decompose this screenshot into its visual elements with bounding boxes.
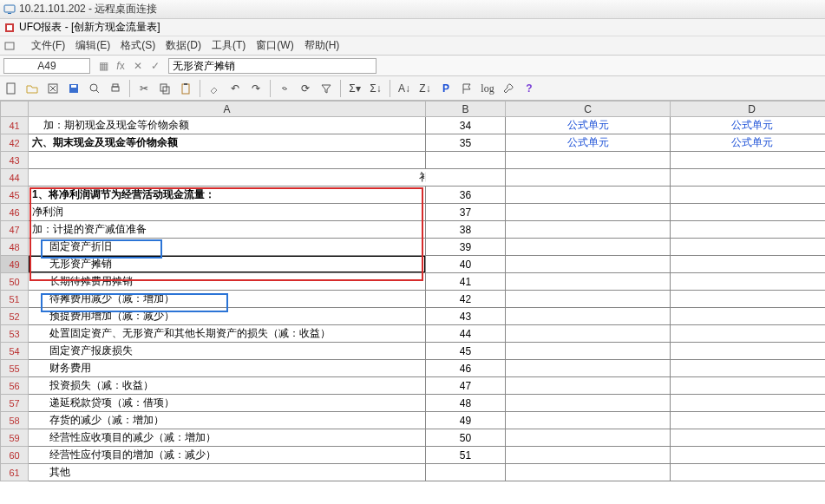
- cell-B[interactable]: 34: [426, 117, 506, 134]
- sort-desc-button[interactable]: Z↓: [416, 79, 435, 98]
- cell-A[interactable]: 经营性应付项目的增加（减：减少）: [29, 447, 426, 464]
- cell-C[interactable]: [506, 187, 671, 204]
- table-row[interactable]: 43: [1, 152, 826, 169]
- row-header[interactable]: 59: [1, 429, 29, 447]
- cell-A[interactable]: 固定资产折旧: [29, 239, 426, 256]
- system-menu-icon[interactable]: [3, 40, 16, 52]
- cell-A[interactable]: 无形资产摊销: [29, 256, 426, 273]
- cell-B[interactable]: 44: [426, 325, 506, 343]
- sort-asc-button[interactable]: A↓: [395, 79, 414, 98]
- row-header[interactable]: 43: [1, 152, 29, 169]
- menu-window[interactable]: 窗口(W): [256, 38, 293, 53]
- cell-B[interactable]: [426, 464, 506, 481]
- cell-D[interactable]: [671, 308, 826, 325]
- row-header[interactable]: 57: [1, 395, 29, 412]
- col-header-B[interactable]: B: [426, 101, 506, 117]
- cell-C[interactable]: [506, 325, 671, 343]
- cell-A[interactable]: 净利润: [29, 204, 426, 221]
- column-header-row[interactable]: A B C D: [1, 101, 826, 117]
- cell-C[interactable]: [506, 169, 671, 187]
- cell-D[interactable]: [671, 377, 826, 395]
- p-button[interactable]: P: [436, 79, 455, 98]
- refresh-button[interactable]: ⟳: [296, 79, 315, 98]
- cell-A[interactable]: 六、期末现金及现金等价物余额: [29, 134, 426, 152]
- confirm-icon[interactable]: ✓: [149, 60, 161, 72]
- cell-B[interactable]: 36: [426, 187, 506, 204]
- cell-C[interactable]: [506, 429, 671, 447]
- table-row[interactable]: 44补充资料: [1, 169, 826, 187]
- table-icon[interactable]: ▦: [97, 60, 109, 72]
- cell-C[interactable]: [506, 343, 671, 360]
- cell-D[interactable]: [671, 429, 826, 447]
- row-header[interactable]: 55: [1, 360, 29, 377]
- cell-B[interactable]: 45: [426, 343, 506, 360]
- corner-cell[interactable]: [1, 101, 29, 117]
- row-header[interactable]: 41: [1, 117, 29, 134]
- wrench-button[interactable]: [499, 79, 518, 98]
- cell-C[interactable]: 公式单元: [506, 117, 671, 134]
- cell-A[interactable]: 递延税款贷项（减：借项）: [29, 395, 426, 412]
- table-row[interactable]: 54 固定资产报废损失45: [1, 343, 826, 360]
- table-row[interactable]: 61 其他: [1, 464, 826, 481]
- cell-A[interactable]: 其他: [29, 464, 426, 481]
- formula-box[interactable]: 无形资产摊销: [168, 58, 376, 74]
- table-row[interactable]: 41 加：期初现金及现金等价物余额34公式单元公式单元: [1, 117, 826, 134]
- row-header[interactable]: 60: [1, 447, 29, 464]
- table-row[interactable]: 56 投资损失（减：收益）47: [1, 377, 826, 395]
- cell-A[interactable]: 存货的减少（减：增加）: [29, 412, 426, 429]
- preview-button[interactable]: [85, 79, 104, 98]
- row-header[interactable]: 48: [1, 239, 29, 256]
- cell-D[interactable]: [671, 343, 826, 360]
- cell-C[interactable]: [506, 308, 671, 325]
- table-row[interactable]: 53 处置固定资产、无形资产和其他长期资产的损失（减：收益）44: [1, 325, 826, 343]
- cell-B[interactable]: 43: [426, 308, 506, 325]
- table-row[interactable]: 49 无形资产摊销40: [1, 256, 826, 273]
- row-header[interactable]: 44: [1, 169, 29, 187]
- flag-button[interactable]: [457, 79, 476, 98]
- cell-D[interactable]: [671, 187, 826, 204]
- sigma-button[interactable]: Σ↓: [366, 79, 385, 98]
- table-row[interactable]: 57 递延税款贷项（减：借项）48: [1, 395, 826, 412]
- row-header[interactable]: 61: [1, 464, 29, 481]
- col-header-D[interactable]: D: [671, 101, 826, 117]
- cell-C[interactable]: [506, 412, 671, 429]
- cell-B[interactable]: 39: [426, 239, 506, 256]
- table-row[interactable]: 47加：计提的资产减值准备38: [1, 221, 826, 239]
- cell-B[interactable]: 38: [426, 221, 506, 239]
- row-header[interactable]: 52: [1, 308, 29, 325]
- open-button[interactable]: [23, 79, 42, 98]
- cell-D[interactable]: [671, 325, 826, 343]
- cell-B[interactable]: 48: [426, 395, 506, 412]
- cell-C[interactable]: [506, 360, 671, 377]
- cell-D[interactable]: [671, 464, 826, 481]
- menu-data[interactable]: 数据(D): [166, 38, 201, 53]
- cell-C[interactable]: [506, 239, 671, 256]
- cell-B[interactable]: 37: [426, 204, 506, 221]
- cell-D[interactable]: [671, 204, 826, 221]
- cell-B[interactable]: 47: [426, 377, 506, 395]
- menu-tools[interactable]: 工具(T): [212, 38, 246, 53]
- row-header[interactable]: 49: [1, 256, 29, 273]
- cell-D[interactable]: [671, 273, 826, 291]
- help-button[interactable]: ?: [520, 79, 539, 98]
- cell-B[interactable]: 50: [426, 429, 506, 447]
- cell-D[interactable]: [671, 291, 826, 308]
- cell-C[interactable]: [506, 464, 671, 481]
- brush-button[interactable]: [205, 79, 224, 98]
- cell-C[interactable]: 公式单元: [506, 134, 671, 152]
- cell-D[interactable]: [671, 447, 826, 464]
- cell-C[interactable]: [506, 291, 671, 308]
- col-header-C[interactable]: C: [506, 101, 671, 117]
- table-row[interactable]: 52 预提费用增加（减：减少）43: [1, 308, 826, 325]
- row-header[interactable]: 47: [1, 221, 29, 239]
- table-row[interactable]: 42六、期末现金及现金等价物余额35公式单元公式单元: [1, 134, 826, 152]
- filter-button[interactable]: [317, 79, 336, 98]
- save-button[interactable]: [64, 79, 83, 98]
- cell-A[interactable]: [29, 152, 426, 169]
- cell-D[interactable]: [671, 256, 826, 273]
- row-header[interactable]: 53: [1, 325, 29, 343]
- cell-C[interactable]: [506, 221, 671, 239]
- menu-file[interactable]: 文件(F): [31, 38, 65, 53]
- row-header[interactable]: 45: [1, 187, 29, 204]
- spreadsheet-grid[interactable]: A B C D 41 加：期初现金及现金等价物余额34公式单元公式单元42六、期…: [0, 101, 825, 504]
